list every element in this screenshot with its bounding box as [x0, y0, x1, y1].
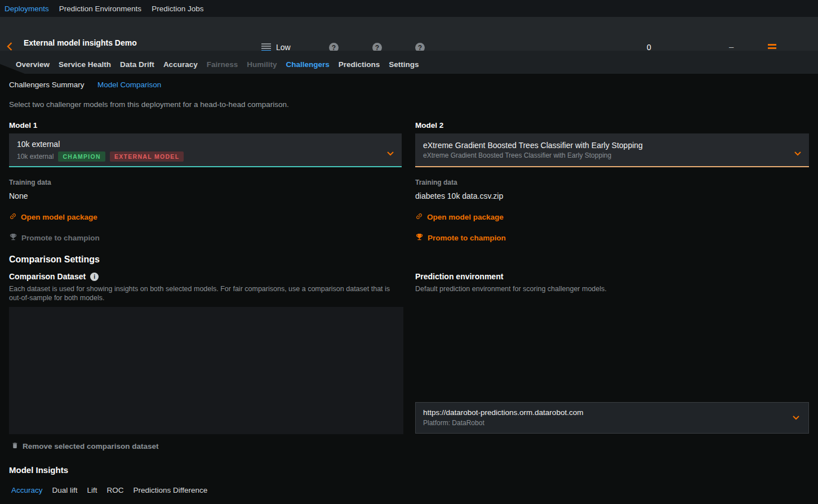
model2-open-package-label: Open model package [427, 213, 504, 221]
comparison-settings-heading: Comparison Settings [9, 255, 100, 265]
tab-data-drift[interactable]: Data Drift [120, 60, 154, 69]
model1-training-label: Training data [9, 179, 51, 186]
chevron-down-icon [387, 148, 394, 158]
prediction-environment-select[interactable]: https://datarobot-predictions.orm.dataro… [415, 402, 809, 434]
model1-promote-link[interactable]: Promote to champion [9, 233, 100, 243]
model1-training-value: None [9, 191, 28, 200]
chevron-down-icon [794, 148, 801, 158]
status-dash: – [729, 42, 733, 51]
remove-comparison-dataset-link[interactable]: Remove selected comparison dataset [11, 441, 159, 451]
deployment-title: External model insights Demo [24, 38, 137, 47]
tab-humility[interactable]: Humility [247, 60, 277, 69]
app-screen: Deployments Prediction Environments Pred… [0, 0, 818, 504]
model-insights-tabs: Accuracy Dual lift Lift ROC Predictions … [11, 486, 207, 494]
insights-tab-roc[interactable]: ROC [107, 486, 124, 494]
nav-deployments[interactable]: Deployments [5, 5, 49, 13]
model1-heading: Model 1 [9, 121, 37, 130]
tab-accuracy[interactable]: Accuracy [163, 60, 198, 69]
prediction-environment-description: Default prediction environment for scori… [415, 285, 607, 293]
prediction-environment-platform: Platform: DataRobot [423, 419, 484, 427]
model1-open-package-label: Open model package [21, 213, 97, 221]
champion-badge: CHAMPION [58, 151, 105, 162]
tab-overview[interactable]: Overview [16, 60, 50, 69]
link-icon [9, 212, 17, 222]
insights-tab-accuracy[interactable]: Accuracy [11, 486, 43, 494]
tab-service-health[interactable]: Service Health [59, 60, 111, 69]
model2-training-value: diabetes 10k data.csv.zip [415, 191, 503, 200]
model2-open-package-link[interactable]: Open model package [415, 212, 504, 222]
model2-training-label: Training data [415, 179, 457, 186]
model1-subname: 10k external [17, 153, 54, 160]
top-nav: Deployments Prediction Environments Pred… [0, 0, 818, 17]
importance-label: Low [276, 43, 291, 52]
link-icon [415, 212, 423, 222]
model2-promote-link[interactable]: Promote to champion [415, 233, 506, 243]
comparison-dataset-description: Each dataset is used for showing insight… [9, 284, 399, 302]
intro-text: Select two challenger models from this d… [9, 100, 289, 109]
alert-count: 0 [647, 43, 651, 52]
tab-predictions[interactable]: Predictions [339, 60, 380, 69]
model-insights-heading: Model Insights [9, 465, 68, 475]
model2-heading: Model 2 [415, 121, 443, 130]
model2-select[interactable]: eXtreme Gradient Boosted Trees Classifie… [415, 133, 809, 167]
subtab-challengers-summary[interactable]: Challengers Summary [9, 81, 85, 89]
comparison-dataset-panel: Dataset external-model-comparison-with-p… [9, 307, 403, 434]
tab-settings[interactable]: Settings [389, 60, 419, 69]
tab-fairness[interactable]: Fairness [207, 60, 238, 69]
prediction-environment-url: https://datarobot-predictions.orm.dataro… [423, 408, 583, 417]
subtab-model-comparison[interactable]: Model Comparison [97, 81, 161, 89]
importance-indicator[interactable]: Low [261, 43, 291, 52]
info-icon[interactable]: i [90, 273, 99, 281]
tab-challengers[interactable]: Challengers [286, 60, 329, 69]
nav-prediction-jobs[interactable]: Prediction Jobs [152, 5, 203, 13]
remove-link-label: Remove selected comparison dataset [23, 442, 159, 451]
insights-tab-predictions-difference[interactable]: Predictions Difference [134, 486, 208, 494]
deployment-tabbar: Overview Service Health Data Drift Accur… [0, 51, 818, 74]
model2-name: eXtreme Gradient Boosted Trees Classifie… [423, 141, 643, 150]
comparison-dataset-heading: Comparison Dataset i [9, 272, 99, 281]
insights-tab-lift[interactable]: Lift [87, 486, 97, 494]
model1-open-package-link[interactable]: Open model package [9, 212, 97, 222]
nav-prediction-environments[interactable]: Prediction Environments [59, 5, 141, 13]
insights-tab-dual-lift[interactable]: Dual lift [52, 486, 78, 494]
model1-name: 10k external [17, 140, 60, 149]
prediction-environment-heading: Prediction environment [415, 272, 503, 281]
external-model-badge: EXTERNAL MODEL [110, 151, 184, 162]
importance-level-icon [261, 43, 271, 51]
model2-promote-label: Promote to champion [428, 234, 506, 242]
chevron-down-icon [793, 416, 799, 420]
deployment-header: External model insights Demo External Pr… [0, 17, 818, 51]
model1-select[interactable]: 10k external 10k external CHAMPION EXTER… [9, 133, 402, 167]
comparison-dataset-label: Comparison Dataset [9, 272, 86, 281]
model2-subname: eXtreme Gradient Boosted Trees Classifie… [423, 151, 611, 159]
trophy-icon [415, 233, 424, 243]
trash-icon [11, 441, 19, 451]
model1-promote-label: Promote to champion [21, 234, 100, 242]
trophy-icon [9, 233, 17, 243]
